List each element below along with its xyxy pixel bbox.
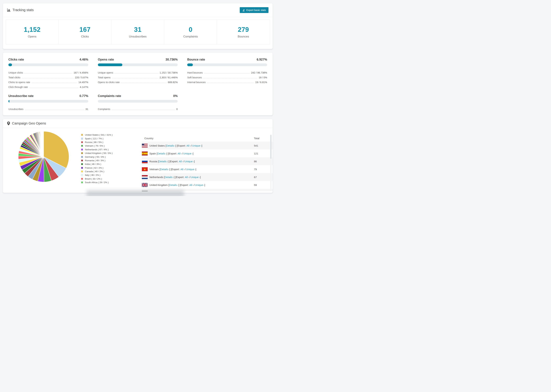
geo-table-scrollbar-thumb[interactable] <box>270 135 272 159</box>
rate-header: Clicks rate 4.46% <box>8 58 88 61</box>
stat-value: 1,152 <box>6 26 58 33</box>
geo-table-row: Netherlands [Details›] [Export: All›/Uni… <box>142 173 273 181</box>
export-unique-link[interactable]: Unique <box>183 152 191 155</box>
export-unique-link[interactable]: Unique <box>191 176 199 179</box>
legend-item: Romania ( 49 / 3% ) <box>81 159 113 162</box>
export-all-link[interactable]: All <box>189 183 192 186</box>
details-link[interactable]: Details <box>165 176 172 179</box>
bar-chart-icon <box>7 8 11 12</box>
legend-swatch <box>81 141 83 143</box>
rate-progress-track <box>8 100 88 103</box>
blurred-region <box>86 190 184 196</box>
chevron-right-icon: › <box>182 160 183 163</box>
metric-value: 220 / 5.87% <box>75 76 88 79</box>
rate-progress-fill <box>187 63 193 66</box>
legend-swatch <box>81 138 83 140</box>
rate-progress-fill <box>98 63 122 66</box>
geo-table-scrollbar[interactable] <box>270 135 272 191</box>
details-link[interactable]: Details <box>166 144 174 147</box>
ru-flag-icon <box>142 159 148 163</box>
country-name: United Kingdom <box>149 183 168 186</box>
legend-swatch <box>81 181 83 183</box>
dotted-leader <box>25 110 84 110</box>
rate-title: Bounce rate <box>187 58 205 61</box>
rate-title: Complaints rate <box>98 94 121 98</box>
metric-label: Unsubscribes <box>8 108 23 111</box>
metric-row: Clicks to opens rate 14.497% <box>8 79 88 84</box>
export-all-link[interactable]: All <box>179 160 182 163</box>
metric-label: Total clicks <box>8 76 20 79</box>
metric-value: 167 / 4.456% <box>74 71 88 74</box>
rate-block-bounce-rate: Bounce rate 6.927% Hard bounces 242 / 86… <box>187 58 267 89</box>
country-total: 59 <box>254 183 257 186</box>
export-unique-link[interactable]: Unique <box>184 160 193 163</box>
dotted-leader <box>204 73 250 73</box>
legend-swatch <box>81 145 83 147</box>
metric-label: Hard bounces <box>187 71 203 74</box>
export-all-link[interactable]: All <box>185 176 188 179</box>
bracket: ] <box>194 160 195 163</box>
legend-label: United Kingdom ( 59 / 3% ) <box>85 152 113 154</box>
geo-table-header: Country Total <box>142 135 273 142</box>
bracket: ] <box>200 176 201 179</box>
export-unique-link[interactable]: Unique <box>195 183 203 186</box>
dotted-leader <box>31 83 77 83</box>
legend-label: Romania ( 49 / 3% ) <box>85 159 106 162</box>
slash-separator: / <box>185 168 186 171</box>
chevron-right-icon: › <box>174 144 175 147</box>
details-link[interactable]: Details <box>157 152 165 155</box>
details-link[interactable]: Details <box>169 183 177 186</box>
details-link[interactable]: Details <box>159 160 167 163</box>
country-total: 86 <box>254 160 257 163</box>
legend-item: Brazil ( 33 / 2% ) <box>81 177 113 181</box>
metric-value: 4.147% <box>80 86 88 88</box>
legend-swatch <box>81 156 83 158</box>
dotted-leader <box>114 73 158 73</box>
rate-value: 30.736% <box>165 58 178 61</box>
es-flag-icon <box>142 152 148 155</box>
metric-label: Clicks to opens rate <box>8 81 30 84</box>
rate-progress-fill <box>8 100 9 103</box>
stats-band: 1,152 Opens167 Clicks31 Unsubscribes0 Co… <box>6 20 270 44</box>
details-link[interactable]: Details <box>160 168 168 171</box>
rate-progress-fill <box>8 63 12 66</box>
chevron-right-icon: › <box>203 183 205 186</box>
metric-value: 31 <box>85 108 88 111</box>
geo-table-row: Spain [Details›] [Export: All›/Unique›] … <box>142 149 273 157</box>
stat-label: Clicks <box>59 35 111 38</box>
rate-block-complaints-rate: Complaints rate 0% Complaints 0 <box>98 94 178 111</box>
export-basic-stats-label: Export basic stats <box>247 9 266 11</box>
export-unique-link[interactable]: Unique <box>186 168 194 171</box>
slash-separator: / <box>183 160 184 163</box>
legend-item: United States ( 541 / 31% ) <box>81 133 113 137</box>
export-unique-link[interactable]: Unique <box>192 144 200 147</box>
bracket: ] <box>193 152 193 155</box>
vn-flag-icon <box>142 167 148 171</box>
rate-value: 0% <box>173 94 178 98</box>
export-all-link[interactable]: All <box>186 144 189 147</box>
metric-label: Click through rate <box>8 86 28 88</box>
geo-table-row: United States [Details›] [Export: All›/U… <box>142 142 273 149</box>
country-name: Russia <box>149 160 158 163</box>
bracket: ] <box>196 168 196 171</box>
rate-block-clicks-rate: Clicks rate 4.46% Unique clicks 167 / 4.… <box>8 58 88 89</box>
legend-label: Vietnam ( 79 / 5% ) <box>85 145 105 147</box>
bracket: ] [Export: <box>175 144 186 147</box>
export-all-link[interactable]: All <box>180 168 183 171</box>
slash-separator: / <box>191 144 192 147</box>
rate-header: Complaints rate 0% <box>98 94 178 98</box>
legend-swatch <box>81 170 83 173</box>
export-basic-stats-button[interactable]: Export basic stats <box>240 7 268 13</box>
chevron-right-icon: › <box>172 176 174 179</box>
export-icon <box>242 9 245 11</box>
country-name: Netherlands <box>149 176 164 179</box>
export-all-link[interactable]: All <box>178 152 181 155</box>
bracket: ] [Export: <box>174 176 185 179</box>
geo-table-row: Russia [Details›] [Export: All›/Unique›]… <box>142 157 273 165</box>
legend-label: Italy ( 36 / 2% ) <box>85 174 100 176</box>
chevron-right-icon: › <box>165 152 167 155</box>
dotted-leader <box>112 110 175 110</box>
rate-title: Clicks rate <box>8 58 24 61</box>
geo-opens-pie-chart[interactable] <box>18 131 69 182</box>
rate-block-unsubscribe-rate: Unsubscribe rate 0.77% Unsubscribes 31 <box>8 94 88 111</box>
